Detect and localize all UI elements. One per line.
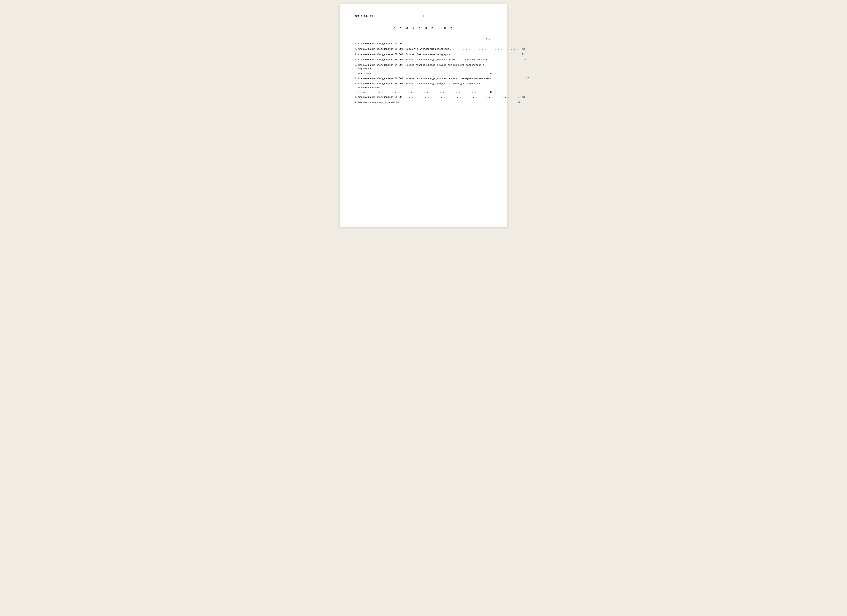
toc-entry-text-wrap: Спецификация оборудования ОВ СО1. Вариан… bbox=[358, 47, 525, 51]
toc-dots: . . . . . . . . . . . . . . . . . . . . … bbox=[450, 47, 518, 51]
toc-entry-text-wrap: Ведомость покупных изделий СО. . . . . .… bbox=[358, 101, 521, 105]
toc-dots: . . . . . . . . . . . . . . . . . . . . … bbox=[451, 53, 518, 56]
toc-dots: . . . . . . . . . . . . . . . . . . . . … bbox=[403, 42, 518, 45]
toc-entry-page: 32 bbox=[521, 58, 526, 62]
toc-entry-text: Спецификация оборудования ОВ СО2. Вариан… bbox=[358, 53, 450, 56]
title-section: О Г Л А В Л Е Н И Е bbox=[354, 27, 493, 30]
toc-dots: . . . . . . . . . . . . . . . . . . . . … bbox=[400, 101, 514, 104]
toc-entry-text: Спецификация оборудования ОВ СО1. Вариан… bbox=[358, 47, 449, 51]
toc-entry-page: 37 bbox=[523, 77, 529, 80]
toc-entry-text-wrap: Спецификация оборудования ОВ СО2. Вариан… bbox=[358, 53, 525, 56]
toc-entry: 9.Ведомость покупных изделий СО. . . . .… bbox=[354, 101, 493, 105]
toc-entry-num: 4. bbox=[354, 58, 358, 62]
toc-entry-text: Спецификация оборудования ЭМ СО1. Камера… bbox=[358, 58, 488, 62]
toc-entry: 6.Спецификация оборудования ЭМ СО3. Каме… bbox=[354, 77, 493, 80]
toc-entry-num: 7. bbox=[354, 82, 358, 86]
toc-dots: . . . . . . . . . . . . . . . . . . . . … bbox=[489, 58, 520, 61]
toc-entry-text: Спецификация оборудования СО СО bbox=[358, 96, 402, 99]
toc-entry-text-wrap: Спецификация оборудования ТХ СО. . . . .… bbox=[358, 42, 525, 46]
toc-entry: 1.Спецификация оборудования ТХ СО. . . .… bbox=[354, 42, 493, 46]
toc-entry-page: 49 bbox=[515, 101, 521, 105]
toc-entry-num: 8. bbox=[354, 96, 358, 99]
toc-entry-text: Спецификация оборудования ЭМ СО4. Камера… bbox=[358, 82, 498, 89]
toc-dots: . . . . . . . . . . . . . . . . . . . . … bbox=[403, 96, 518, 99]
toc-entry-text: Ведомость покупных изделий СО bbox=[358, 101, 399, 105]
toc-entry-page: 3 bbox=[519, 42, 525, 46]
toc-continuation-text: ным газом bbox=[358, 72, 371, 75]
page-column-label: стр. bbox=[354, 38, 493, 40]
toc-entry: 8.Спецификация оборудования СО СО. . . .… bbox=[354, 96, 493, 99]
toc-entry: 3.Спецификация оборудования ОВ СО2. Вари… bbox=[354, 53, 493, 56]
toc-entry-num: 3. bbox=[354, 53, 358, 56]
toc-dots: . . . . . . . . . . . . . . . . . . . . … bbox=[492, 77, 522, 80]
toc-entry-text: Спецификация оборудования ТХ СО bbox=[358, 42, 402, 46]
toc-continuation-dots: . . . . . . . . . . . . . . . . . . . . … bbox=[366, 91, 486, 93]
toc-entry: 5.Спецификация оборудования ЭМ СО2. Каме… bbox=[354, 64, 493, 71]
toc-entry-text-wrap: Спецификация оборудования ЭМ СО3. Камера… bbox=[358, 77, 529, 80]
toc-continuation-dots: . . . . . . . . . . . . . . . . . . . . … bbox=[372, 72, 486, 75]
toc-entry-num: 9. bbox=[354, 101, 358, 105]
toc-entry-page: 43 bbox=[519, 96, 525, 99]
page-header: ТОТ-2-20с 85 -2- bbox=[354, 15, 493, 18]
toc-entry-text-wrap: Спецификация оборудования ЭМ СО2. Камера… bbox=[358, 64, 493, 71]
toc-continuation-text: газом bbox=[358, 91, 365, 94]
toc-entry: 2.Спецификация оборудования ОВ СО1. Вари… bbox=[354, 47, 493, 51]
toc-entry: 7.Спецификация оборудования ЭМ СО4. Каме… bbox=[354, 82, 493, 89]
toc-entry-num: 6. bbox=[354, 77, 358, 80]
toc-entry-text: Спецификация оборудования ЭМ СО3. Камера… bbox=[358, 77, 491, 80]
document-title: О Г Л А В Л Е Н И Е bbox=[354, 27, 493, 30]
toc-entry-text-wrap: Спецификация оборудования СО СО. . . . .… bbox=[358, 96, 525, 99]
toc-entry-num: 2. bbox=[354, 47, 358, 51]
toc-entry-page: 13 bbox=[519, 47, 525, 51]
document-id: ТОТ-2-20с 85 bbox=[354, 15, 373, 18]
toc-entry-text-wrap: Спецификация оборудования ЭМ СО1. Камера… bbox=[358, 58, 526, 62]
document-page: ТОТ-2-20с 85 -2- О Г Л А В Л Е Н И Е стр… bbox=[340, 4, 507, 227]
toc-entry-text: Спецификация оборудования ЭМ СО2. Камера… bbox=[358, 64, 498, 71]
toc-entry-text-wrap: Спецификация оборудования ЭМ СО4. Камера… bbox=[358, 82, 493, 89]
toc-continuation-page: 34 bbox=[487, 72, 493, 75]
toc-entry-page: 22 bbox=[519, 53, 525, 56]
toc-entry: 4.Спецификация оборудования ЭМ СО1. Каме… bbox=[354, 58, 493, 62]
page-number: -2- bbox=[421, 15, 425, 18]
toc-continuation: газом. . . . . . . . . . . . . . . . . .… bbox=[358, 91, 493, 94]
toc-continuation: ным газом. . . . . . . . . . . . . . . .… bbox=[358, 72, 493, 75]
toc-table: 1.Спецификация оборудования ТХ СО. . . .… bbox=[354, 42, 493, 104]
toc-continuation-page: 40 bbox=[487, 91, 493, 94]
toc-entry-num: 5. bbox=[354, 64, 358, 67]
toc-entry-num: 1. bbox=[354, 42, 358, 46]
